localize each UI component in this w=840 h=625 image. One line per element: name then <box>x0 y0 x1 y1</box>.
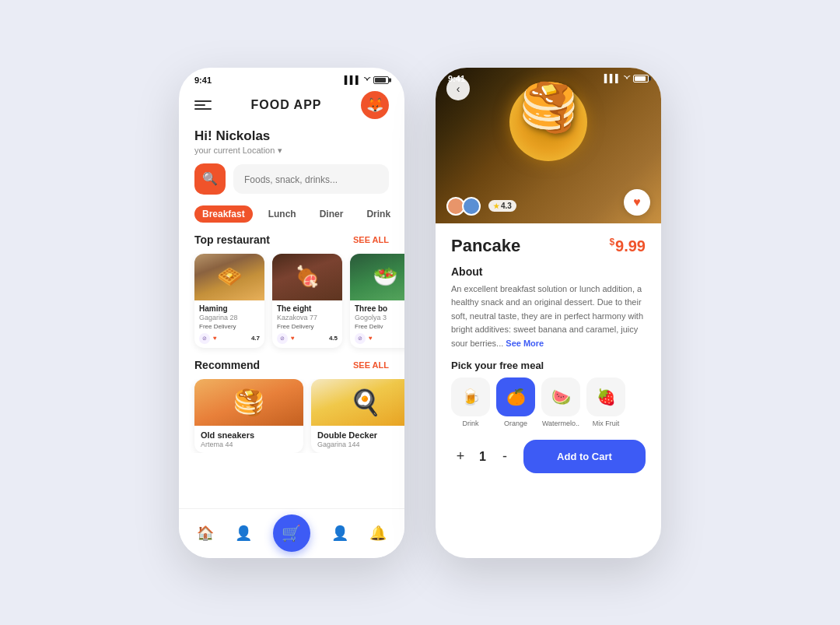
search-bar: 🔍 <box>194 163 389 195</box>
top-restaurant-title: Top restaurant <box>194 233 270 246</box>
recommend-card[interactable]: 🥞 Old sneakers Artema 44 <box>194 379 303 453</box>
restaurant-street: Kazakova 77 <box>277 314 338 321</box>
location-row[interactable]: your current Location ▾ <box>194 146 389 156</box>
app-header: FOOD APP 🦊 <box>179 88 404 127</box>
nav-account[interactable]: 👤 <box>331 525 348 542</box>
recommend-card[interactable]: 🍳 Double Decker Gagarina 144 <box>311 379 404 453</box>
add-to-cart-row: + 1 - Add to Cart <box>451 440 646 473</box>
restaurant-info: The eight Kazakova 77 Free Delivery ⊘ ♥ … <box>272 300 342 348</box>
meal-option-watermelon[interactable]: 🍉 Watermelo.. <box>541 377 580 427</box>
left-phone: 9:41 ▌▌▌ ◝◜ FOOD APP 🦊 Hi! Nickolas <box>179 68 404 558</box>
heart-icon: ♥ <box>369 335 373 342</box>
meal-option-mixfruit-label: Mix Fruit <box>593 420 620 427</box>
restaurant-image: 🥗 <box>350 254 404 300</box>
status-icons: ▌▌▌ ◝◜ <box>345 75 389 84</box>
restaurant-card[interactable]: 🍖 The eight Kazakova 77 Free Delivery ⊘ … <box>272 254 342 348</box>
status-icons-detail: ▌▌▌ ◝◜ <box>604 74 649 83</box>
top-restaurant-see-all[interactable]: SEE ALL <box>353 235 389 244</box>
tab-diner[interactable]: Diner <box>312 205 352 223</box>
recommend-header: Recommend SEE ALL <box>179 359 404 379</box>
meal-option-drink-icon: 🍺 <box>451 377 490 416</box>
app-title: FOOD APP <box>251 98 322 112</box>
signal-icon-detail: ▌▌▌ <box>604 74 621 83</box>
see-more-link[interactable]: See More <box>506 339 544 348</box>
time: 9:41 <box>194 75 212 85</box>
quantity-control: + 1 - <box>451 448 514 465</box>
restaurant-street: Gogolya 3 <box>355 314 404 321</box>
wifi-icon: ◝◜ <box>364 75 370 84</box>
food-title: Pancake <box>451 236 520 256</box>
recommend-title: Recommend <box>194 359 260 371</box>
restaurant-card[interactable]: 🥗 Three bo Gogolya 3 Free Deliv ⊘ ♥ 4.2 <box>350 254 404 348</box>
restaurant-footer: ⊘ ♥ 4.7 <box>199 333 260 344</box>
quantity-value: 1 <box>479 450 486 464</box>
meal-option-orange[interactable]: 🍊 Orange <box>496 377 535 427</box>
meal-option-watermelon-icon: 🍉 <box>541 377 580 416</box>
tab-drink[interactable]: Drink <box>359 205 398 223</box>
status-bar-detail: 9:41 ▌▌▌ ◝◜ <box>436 68 661 86</box>
restaurant-bookmark: ⊘ <box>277 333 288 344</box>
meal-options: 🍺 Drink 🍊 Orange 🍉 Watermelo.. 🍓 Mix Fru… <box>451 377 646 427</box>
detail-title-row: Pancake $9.99 <box>451 236 646 256</box>
recommend-name: Old sneakers <box>201 430 297 440</box>
hamburger-menu[interactable] <box>194 100 212 110</box>
restaurant-bookmark: ⊘ <box>355 333 366 344</box>
avatar[interactable]: 🦊 <box>361 91 389 119</box>
tab-lunch[interactable]: Lunch <box>261 205 304 223</box>
recommend-street: Gagarina 144 <box>317 441 404 448</box>
food-hero-image: 9:41 ▌▌▌ ◝◜ ‹ ★ 4.3 ♥ <box>436 68 661 223</box>
restaurant-delivery: Free Deliv <box>355 323 404 330</box>
restaurant-rating: 4.5 <box>329 335 338 342</box>
battery-icon-detail <box>633 75 649 83</box>
signal-icon: ▌▌▌ <box>345 75 361 84</box>
detail-rating: 4.3 <box>501 202 512 210</box>
restaurant-image: 🍖 <box>272 254 342 300</box>
meal-option-mixfruit[interactable]: 🍓 Mix Fruit <box>586 377 625 427</box>
quantity-minus[interactable]: - <box>495 448 514 465</box>
detail-time: 9:41 <box>448 74 465 83</box>
recommend-name: Double Decker <box>317 430 404 440</box>
search-input[interactable] <box>244 174 378 185</box>
favorite-button[interactable]: ♥ <box>624 189 650 216</box>
about-description: An excellent breakfast solution or lunch… <box>451 284 643 348</box>
reviewer-avatar-2 <box>462 197 481 216</box>
meal-option-drink-label: Drink <box>462 420 478 427</box>
rating-badge: ★ 4.3 <box>488 200 516 212</box>
restaurant-info: Haming Gagarina 28 Free Delivery ⊘ ♥ 4.7 <box>194 300 264 348</box>
tab-breakfast[interactable]: Breakfast <box>194 205 253 223</box>
nav-home[interactable]: 🏠 <box>197 525 214 542</box>
reviewer-row: ★ 4.3 <box>446 197 516 216</box>
restaurant-info: Three bo Gogolya 3 Free Deliv ⊘ ♥ 4.2 <box>350 300 404 348</box>
nav-map[interactable]: 👤 <box>235 525 252 542</box>
add-to-cart-button[interactable]: Add to Cart <box>523 440 646 473</box>
greeting-name: Hi! Nickolas <box>194 128 389 144</box>
search-input-wrap <box>233 164 389 194</box>
nav-cart-button[interactable]: 🛒 <box>273 514 310 552</box>
recommend-see-all[interactable]: SEE ALL <box>353 360 389 370</box>
recommend-street: Artema 44 <box>201 441 297 448</box>
restaurant-list: 🧇 Haming Gagarina 28 Free Delivery ⊘ ♥ 4… <box>179 254 404 359</box>
restaurant-delivery: Free Delivery <box>199 323 260 330</box>
recommend-info: Double Decker Gagarina 144 <box>311 426 404 453</box>
price-symbol: $ <box>609 237 614 248</box>
meal-option-drink[interactable]: 🍺 Drink <box>451 377 490 427</box>
search-button[interactable]: 🔍 <box>194 163 226 195</box>
restaurant-card[interactable]: 🧇 Haming Gagarina 28 Free Delivery ⊘ ♥ 4… <box>194 254 264 348</box>
restaurant-footer: ⊘ ♥ 4.5 <box>277 333 338 344</box>
restaurant-footer: ⊘ ♥ 4.2 <box>355 333 404 344</box>
restaurant-image: 🧇 <box>194 254 264 300</box>
about-text: An excellent breakfast solution or lunch… <box>451 283 646 351</box>
star-icon: ★ <box>493 202 499 210</box>
meal-option-orange-label: Orange <box>504 420 527 427</box>
restaurant-street: Gagarina 28 <box>199 314 260 321</box>
top-restaurant-header: Top restaurant SEE ALL <box>179 233 404 254</box>
status-bar: 9:41 ▌▌▌ ◝◜ <box>179 68 404 88</box>
recommend-list: 🥞 Old sneakers Artema 44 🍳 Double Decker… <box>179 379 404 453</box>
bottom-nav: 🏠 👤 🛒 👤 🔔 <box>179 508 404 558</box>
restaurant-bookmark: ⊘ <box>199 333 210 344</box>
pick-meal-title: Pick your free meal <box>451 360 646 371</box>
detail-content: Pancake $9.99 About An excellent breakfa… <box>436 223 661 558</box>
nav-notifications[interactable]: 🔔 <box>369 525 387 542</box>
quantity-plus[interactable]: + <box>451 448 470 465</box>
recommend-info: Old sneakers Artema 44 <box>194 426 303 453</box>
